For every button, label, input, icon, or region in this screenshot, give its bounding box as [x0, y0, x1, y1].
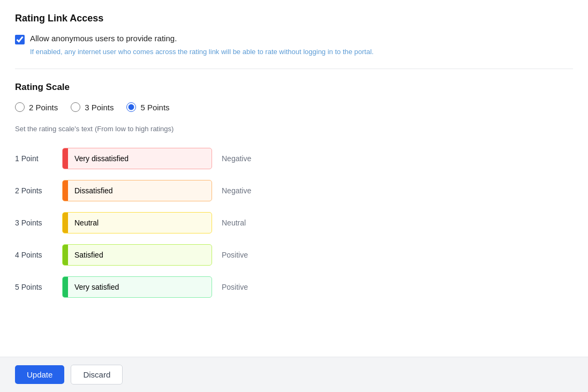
rating-row-4-input-wrapper — [62, 244, 212, 266]
rating-row-5-input-wrapper — [62, 276, 212, 298]
rating-row-1: 1 Point Negative — [15, 142, 573, 175]
rating-row-1-type: Negative — [222, 154, 265, 163]
rating-row-3-label: 3 Points — [15, 218, 52, 227]
rating-rows: 1 Point Negative 2 Points Negative 3 Poi… — [15, 142, 573, 303]
rating-row-3-input[interactable] — [68, 214, 212, 231]
rating-scale-title: Rating Scale — [15, 82, 573, 93]
rating-row-1-input-wrapper — [62, 148, 212, 169]
rating-row-4-color-bar — [63, 245, 68, 265]
rating-scale-radio-group: 2 Points 3 Points 5 Points — [15, 102, 573, 112]
anonymous-access-description: If enabled, any internet user who comes … — [30, 48, 573, 56]
rating-row-4-input[interactable] — [68, 246, 212, 263]
radio-2-points-label: 2 Points — [29, 103, 58, 112]
rating-row-4-type: Positive — [222, 251, 265, 259]
rating-row-2-input[interactable] — [68, 182, 212, 199]
rating-row-5-type: Positive — [222, 283, 265, 291]
update-button[interactable]: Update — [15, 365, 64, 384]
radio-3-points[interactable] — [71, 102, 80, 112]
rating-row-3: 3 Points Neutral — [15, 207, 573, 239]
rating-row-2: 2 Points Negative — [15, 175, 573, 207]
radio-5-points[interactable] — [126, 102, 136, 112]
anonymous-access-label[interactable]: Allow anonymous users to provide rating. — [30, 34, 177, 43]
radio-option-5-points[interactable]: 5 Points — [126, 102, 169, 112]
footer: Update Discard — [0, 357, 588, 392]
radio-2-points[interactable] — [15, 102, 25, 112]
rating-row-4: 4 Points Positive — [15, 239, 573, 271]
rating-row-1-label: 1 Point — [15, 154, 52, 163]
rating-row-2-input-wrapper — [62, 180, 212, 201]
rating-row-1-color-bar — [63, 148, 68, 169]
rating-row-3-type: Neutral — [222, 218, 265, 227]
radio-5-points-label: 5 Points — [140, 103, 169, 112]
discard-button[interactable]: Discard — [71, 365, 123, 385]
rating-row-2-label: 2 Points — [15, 186, 52, 195]
rating-row-5-color-bar — [63, 277, 68, 297]
section-divider — [15, 69, 573, 69]
rating-row-2-type: Negative — [222, 186, 265, 195]
rating-row-3-color-bar — [63, 213, 68, 233]
radio-3-points-label: 3 Points — [85, 103, 114, 112]
radio-option-3-points[interactable]: 3 Points — [71, 102, 114, 112]
page-title: Rating Link Access — [15, 13, 573, 24]
scale-text-heading: Set the rating scale's text (From low to… — [15, 124, 573, 133]
rating-row-5-label: 5 Points — [15, 283, 52, 291]
anonymous-access-checkbox[interactable] — [15, 35, 25, 44]
rating-row-5-input[interactable] — [68, 278, 212, 296]
rating-row-2-color-bar — [63, 180, 68, 201]
rating-row-4-label: 4 Points — [15, 251, 52, 259]
rating-row-3-input-wrapper — [62, 212, 212, 233]
rating-row-1-input[interactable] — [68, 150, 212, 167]
radio-option-2-points[interactable]: 2 Points — [15, 102, 58, 112]
rating-row-5: 5 Points Positive — [15, 271, 573, 303]
